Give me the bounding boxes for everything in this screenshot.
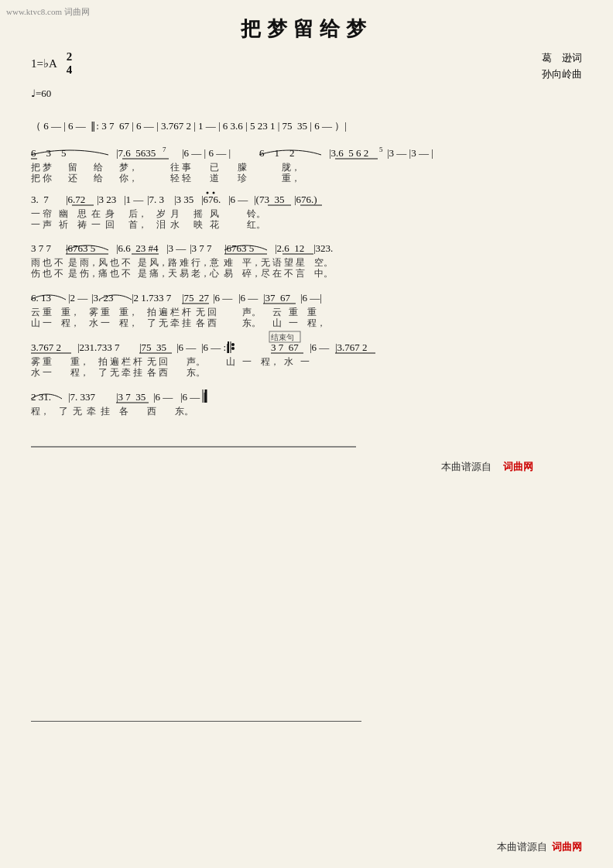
author-block: 葛 逊词 孙向岭曲	[542, 50, 582, 83]
watermark: www.ktvc8.com 词曲网	[6, 6, 90, 18]
time-numerator: 2	[67, 50, 73, 63]
key-time-block: 1=♭A 2 4	[31, 50, 72, 76]
footer: 本曲谱源自 词曲网	[497, 840, 582, 854]
song-title: 把梦留给梦	[31, 15, 582, 43]
tempo: ♩=60	[31, 87, 582, 100]
time-denominator: 4	[67, 63, 73, 77]
time-signature: 2 4	[67, 50, 73, 76]
key-signature: 1=♭A	[31, 57, 57, 70]
notation-canvas	[31, 106, 582, 710]
music-area	[31, 106, 582, 710]
meta-row: 1=♭A 2 4 葛 逊词 孙向岭曲	[31, 50, 582, 83]
footer-text: 本曲谱源自	[497, 840, 547, 854]
footer-divider	[31, 721, 361, 722]
lyricist: 葛 逊词	[542, 50, 582, 67]
page: www.ktvc8.com 词曲网 把梦留给梦 1=♭A 2 4 葛 逊词 孙向…	[0, 0, 613, 868]
footer-brand: 词曲网	[552, 840, 582, 854]
composer: 孙向岭曲	[542, 67, 582, 83]
